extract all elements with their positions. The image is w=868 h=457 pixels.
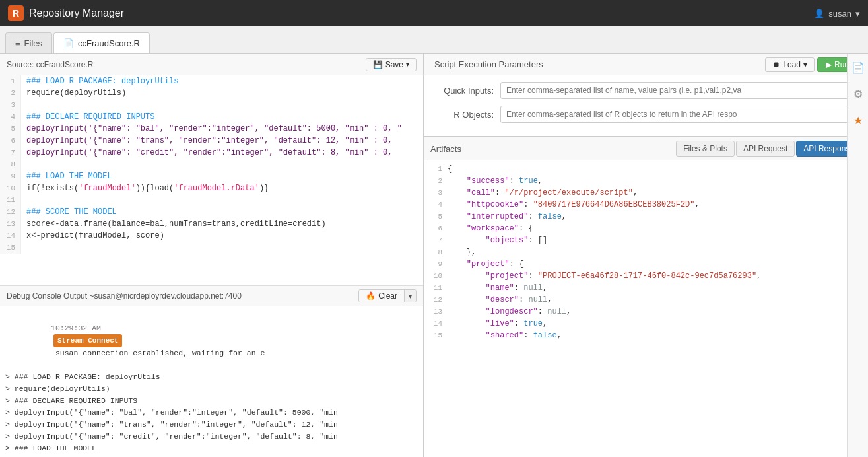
tab-api-request-label: API Request	[743, 144, 787, 153]
code-line: 10 if(!exists('fraudModel')){load('fraud…	[0, 182, 423, 194]
code-line: 5 deployrInput('{"name": "bal", "render"…	[0, 123, 423, 135]
script-exec-buttons: ⏺ Load ▾ ▶ Run	[765, 57, 857, 72]
code-line: 3	[0, 99, 423, 111]
json-line: 12 "descr": null,	[429, 294, 863, 306]
script-exec-header: Script Execution Parameters ⏺ Load ▾ ▶ R…	[424, 54, 868, 75]
code-line: 1 ### LOAD R PACKAGE: deployrUtils	[0, 75, 423, 87]
code-editor[interactable]: 1 ### LOAD R PACKAGE: deployrUtils 2 req…	[0, 75, 423, 285]
debug-section: Debug Console Output ~susan@nicrdeployrd…	[0, 285, 423, 457]
user-label: susan	[828, 9, 851, 18]
load-button-label: Load	[783, 60, 801, 69]
artifacts-header: Artifacts Files & Plots API Request API …	[424, 137, 868, 160]
topbar: R Repository Manager 👤 susan ▾	[0, 0, 868, 26]
tab-files[interactable]: ≡ Files	[5, 32, 52, 53]
app-logo: R	[8, 5, 24, 21]
debug-line: > deployrInput('{"name": "credit", "rend…	[5, 431, 418, 442]
json-line: 3 "call": "/r/project/execute/script",	[429, 187, 863, 199]
json-line: 2 "success": true,	[429, 175, 863, 187]
debug-line: > ### LOAD R PACKAGE: deployrUtils	[5, 371, 418, 383]
topbar-user[interactable]: 👤 susan ▾	[814, 9, 860, 18]
save-button-label: Save	[385, 60, 403, 69]
main-layout: Source: ccFraudScore.R 💾 Save ▾ 1 ### LO…	[0, 54, 868, 457]
code-line: 2 require(deployrUtils)	[0, 87, 423, 99]
files-list-icon: ≡	[15, 38, 20, 48]
code-line: 8	[0, 158, 423, 170]
tab-ccfraudscore-label: ccFraudScore.R	[78, 38, 140, 48]
json-line: 14 "live": true,	[429, 318, 863, 330]
quick-inputs-field[interactable]	[500, 82, 857, 99]
code-line: 15	[0, 242, 423, 254]
quick-inputs-row: Quick Inputs:	[434, 82, 857, 99]
json-line: 10 "project": "PROJECT-e6a46f28-1717-46f…	[429, 270, 863, 282]
code-line: 12 ### SCORE THE MODEL	[0, 206, 423, 218]
debug-line: > deployrInput('{"name": "bal", "render"…	[5, 407, 418, 419]
json-line: 15 "shared": false,	[429, 330, 863, 341]
debug-title: Debug Console Output ~susan@nicrdeployrd…	[7, 291, 242, 300]
debug-line: > require(deployrUtils)	[5, 383, 418, 395]
debug-output[interactable]: 10:29:32 AM Stream Connect susan connect…	[0, 306, 423, 457]
run-icon: ▶	[826, 60, 832, 69]
clear-dropdown-button[interactable]: ▾	[404, 290, 416, 302]
code-line: 14 x<-predict(fraudModel, score)	[0, 230, 423, 242]
json-line: 9 "project": {	[429, 258, 863, 270]
debug-header: Debug Console Output ~susan@nicrdeployrd…	[0, 285, 423, 306]
clear-btn-group: 🔥 Clear ▾	[358, 289, 417, 302]
clear-button[interactable]: 🔥 Clear	[359, 290, 404, 302]
code-line: 4 ### DECLARE REQUIRED INPUTS	[0, 111, 423, 123]
code-line: 7 deployrInput('{"name": "credit", "rend…	[0, 147, 423, 158]
save-button[interactable]: 💾 Save ▾	[366, 58, 417, 71]
json-line: 1{	[429, 163, 863, 175]
code-line: 13 score<-data.frame(balance=bal,numTran…	[0, 218, 423, 230]
artifacts-section: Artifacts Files & Plots API Request API …	[424, 137, 868, 457]
json-line: 11 "name": null,	[429, 282, 863, 294]
clear-icon: 🔥	[366, 291, 376, 300]
load-icon: ⏺	[772, 60, 780, 69]
json-line: 8 },	[429, 246, 863, 258]
editor-header: Source: ccFraudScore.R 💾 Save ▾	[0, 54, 423, 75]
editor-source-label: Source: ccFraudScore.R	[7, 60, 93, 69]
debug-line: > ### LOAD THE MODEL	[5, 442, 418, 454]
json-line: 6 "workspace": {	[429, 223, 863, 234]
quick-inputs-label: Quick Inputs:	[434, 86, 494, 96]
left-panel: Source: ccFraudScore.R 💾 Save ▾ 1 ### LO…	[0, 54, 424, 457]
debug-line: > ### DECLARE REQUIRED INPUTS	[5, 395, 418, 407]
r-objects-field[interactable]	[500, 106, 857, 123]
code-line: 6 deployrInput('{"name": "trans", "rende…	[0, 135, 423, 147]
code-line: 11	[0, 194, 423, 206]
r-objects-row: R Objects:	[434, 106, 857, 123]
debug-line: > deployrInput('{"name": "trans", "rende…	[5, 419, 418, 431]
right-panel: Script Execution Parameters ⏺ Load ▾ ▶ R…	[424, 54, 868, 457]
tab-api-request[interactable]: API Request	[736, 141, 795, 157]
right-sidebar: 📄 ⚙ ★	[847, 54, 868, 457]
tab-files-plots-label: Files & Plots	[683, 144, 727, 153]
star-sidebar-icon[interactable]: ★	[850, 112, 866, 128]
user-dropdown-icon[interactable]: ▾	[855, 9, 860, 18]
artifacts-title: Artifacts	[430, 144, 461, 154]
tab-files-plots[interactable]: Files & Plots	[676, 141, 735, 157]
save-icon: 💾	[373, 60, 383, 69]
load-button[interactable]: ⏺ Load ▾	[765, 57, 815, 72]
tab-files-label: Files	[24, 38, 42, 48]
clear-button-label: Clear	[378, 291, 397, 300]
script-exec-title: Script Execution Parameters	[434, 59, 543, 69]
load-dropdown-icon: ▾	[803, 60, 807, 69]
r-objects-label: R Objects:	[434, 110, 494, 120]
document-sidebar-icon[interactable]: 📄	[850, 59, 866, 75]
artifacts-tabs: Files & Plots API Request API Response	[676, 141, 861, 157]
tab-ccfraudscore[interactable]: 📄 ccFraudScore.R	[53, 32, 150, 53]
json-line: 5 "interrupted": false,	[429, 211, 863, 223]
script-exec-section: Script Execution Parameters ⏺ Load ▾ ▶ R…	[424, 54, 868, 137]
app-title: Repository Manager	[29, 7, 124, 19]
gear-sidebar-icon[interactable]: ⚙	[850, 86, 866, 102]
debug-line: > if(!exists('fraudModel')){load('fraudM…	[5, 454, 418, 457]
debug-line-stream: 10:29:32 AM Stream Connect susan connect…	[5, 310, 418, 371]
file-icon: 📄	[63, 38, 74, 48]
topbar-left: R Repository Manager	[8, 5, 124, 21]
user-icon: 👤	[814, 9, 824, 18]
editor-section: Source: ccFraudScore.R 💾 Save ▾ 1 ### LO…	[0, 54, 423, 285]
json-output[interactable]: 1{ 2 "success": true, 3 "call": "/r/proj…	[424, 160, 868, 457]
logo-letter: R	[13, 8, 19, 18]
tabbar: ≡ Files 📄 ccFraudScore.R	[0, 26, 868, 54]
code-line: 9 ### LOAD THE MODEL	[0, 170, 423, 182]
json-line: 13 "longdescr": null,	[429, 306, 863, 318]
